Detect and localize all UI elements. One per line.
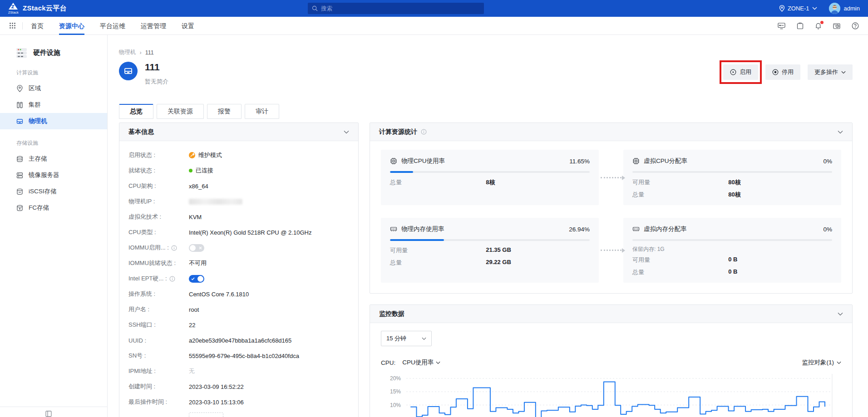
metric-row: CPU: CPU使用率 监控对象(1) [381,358,841,367]
username: admin [844,5,860,12]
collapse-chevron-icon[interactable] [838,130,843,134]
field-label: 启用状态 : [128,151,189,159]
sidebar-item-fc-storage[interactable]: FC存储 [0,200,107,216]
monitor-target-label: 监控对象(1) [802,358,834,367]
iommu-toggle[interactable] [189,244,204,252]
global-search[interactable] [308,3,484,14]
sidebar-item-label: 物理机 [29,117,47,125]
host-badge-icon [119,62,138,80]
search-icon [312,5,318,11]
field-ipmi: IPMI地址 : 无 [128,363,349,379]
card-percent: 11.65% [569,158,590,165]
field-label: 用户名 : [128,305,189,314]
sidebar-collapse-icon[interactable] [45,411,52,417]
operation-history-icon[interactable] [833,22,840,29]
field-label: IOMMU就绪状态 : [128,259,189,267]
fc-storage-icon [16,205,23,211]
disable-button[interactable]: 停用 [765,64,800,80]
sidebar-title-label: 硬件设施 [33,49,60,57]
info-icon[interactable] [169,276,175,282]
main-navbar: 首页 资源中心 平台运维 运营管理 设置 [0,17,868,35]
user-menu[interactable]: admin [829,3,860,14]
field-enable-state: 启用状态 : 维护模式 [128,147,349,163]
svg-text:10%: 10% [390,402,401,408]
monitor-target-dropdown[interactable]: 监控对象(1) [802,358,842,367]
title-row: 111 暂无简介 启用 [119,62,853,86]
card-virtual-memory: 虚拟内存分配率 0% 保留内存: 1G 可用量 0 B [623,218,841,283]
info-icon[interactable] [421,129,427,135]
intel-ept-toggle[interactable] [189,275,204,283]
field-label: Intel EPT硬... : [128,275,189,283]
sidebar-item-label: 区域 [29,84,41,93]
nav-item-operations[interactable]: 运营管理 [141,17,166,35]
field-value: 2023-03-09 16:52:22 [189,383,244,390]
field-value: KVM [189,214,202,221]
info-icon[interactable] [171,245,177,251]
sidebar-item-cluster[interactable]: 集群 [0,97,107,113]
metric-dropdown[interactable]: CPU使用率 [402,358,440,367]
brand[interactable]: ZStack ZStack云平台 [8,3,158,14]
sidebar-item-label: 主存储 [29,155,47,163]
disable-button-label: 停用 [782,68,794,76]
field-sn: SN号 : 55595e99-679e-495c-b8a4-b1c02d40fd… [128,348,349,363]
sidebar-item-iscsi-storage[interactable]: iSCSI存储 [0,183,107,200]
bell-icon[interactable] [815,22,822,29]
nav-item-home[interactable]: 首页 [31,17,44,35]
notification-badge [820,21,824,24]
sidebar-item-label: FC存储 [29,204,49,212]
tab-related-resources[interactable]: 关联资源 [157,104,204,119]
memory-icon [632,226,640,233]
help-icon[interactable] [852,22,859,29]
field-cpu-arch: CPU架构 : x86_64 [128,178,349,194]
metric-name: CPU使用率 [402,358,434,367]
field-uuid: UUID : a20ebe53d90e47bbba1a1a6cfc68d165 [128,333,349,348]
nav-item-platform-ops[interactable]: 平台运维 [100,17,125,35]
dotted-arrow-connector [599,150,623,205]
apps-grid-icon[interactable] [9,22,16,29]
chevron-down-icon [841,71,846,74]
monitor-data-panel: 监控数据 15 分钟 [370,304,853,417]
card-row: 总量 80核 [632,191,832,199]
collapse-chevron-icon[interactable] [838,312,843,316]
tab-audit[interactable]: 审计 [245,104,279,119]
usage-bar [390,171,590,173]
card-percent: 26.94% [569,226,590,233]
period-select[interactable]: 15 分钟 [381,331,432,346]
tab-overview[interactable]: 总览 [119,104,153,119]
sidebar-item-region[interactable]: 区域 [0,80,107,97]
top-header-bar: ZStack ZStack云平台 ZONE-1 [0,0,868,17]
field-virtualization: 虚拟化技术 : KVM [128,209,349,225]
sidebar-item-image-server[interactable]: 镜像服务器 [0,167,107,183]
zone-selector[interactable]: ZONE-1 [779,5,817,12]
nav-item-settings[interactable]: 设置 [182,17,194,35]
card-row: 总量 8核 [390,178,590,186]
tab-alarms[interactable]: 报警 [207,104,242,119]
sidebar-item-host[interactable]: 物理机 [0,113,107,129]
nav-divider [22,22,23,29]
tag-add-partial[interactable] [189,412,223,417]
monitor-title: 监控数据 [379,310,404,318]
card-percent: 0% [823,226,832,233]
card-title: 物理内存使用率 [401,225,444,233]
period-value: 15 分钟 [386,334,406,343]
more-actions-button[interactable]: 更多操作 [808,64,853,80]
search-input[interactable] [321,5,480,12]
nav-item-resource-center[interactable]: 资源中心 [59,17,84,35]
tasks-icon[interactable] [797,22,804,29]
field-label: 虚拟化技术 : [128,213,189,221]
app-root: ZStack ZStack云平台 ZONE-1 [0,0,868,417]
sidebar-item-label: 镜像服务器 [29,171,59,179]
field-label: CPU类型 : [128,228,189,236]
detail-tabs: 总览 关联资源 报警 审计 [119,104,853,119]
card-title: 物理CPU使用率 [401,157,445,165]
layout: 硬件设施 计算设施 区域 集群 物理机 存储设施 [0,35,868,417]
sidebar-item-primary-storage[interactable]: 主存储 [0,151,107,167]
collapse-chevron-icon[interactable] [344,130,349,134]
breadcrumb-parent[interactable]: 物理机 [119,49,136,56]
enable-button[interactable]: 启用 [723,64,758,80]
header-right: ZONE-1 admin [779,3,860,14]
action-buttons: 启用 停用 更多操作 [723,64,853,80]
field-create-time: 创建时间 : 2023-03-09 16:52:22 [128,379,349,394]
console-icon[interactable] [778,22,785,29]
basic-info-header: 基本信息 [119,123,358,141]
